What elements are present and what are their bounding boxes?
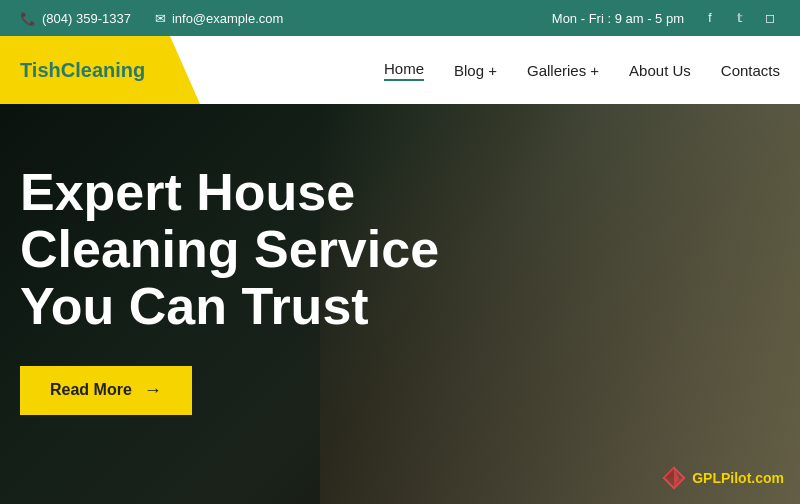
hero-section: Expert House Cleaning Service You Can Tr… — [0, 104, 800, 504]
phone-icon: 📞 — [20, 11, 36, 26]
gpl-logo — [662, 466, 686, 490]
svg-marker-3 — [664, 468, 674, 478]
nav-galleries[interactable]: Galleries + — [527, 62, 599, 79]
instagram-icon[interactable]: ◻ — [760, 8, 780, 28]
topbar-right: Mon - Fri : 9 am - 5 pm f 𝕥 ◻ — [552, 8, 780, 28]
phone-number: (804) 359-1337 — [42, 11, 131, 26]
watermark-prefix: GPL — [692, 470, 721, 486]
logo-area: TishCleaning — [0, 36, 200, 104]
hero-title-line3: You Can Trust — [20, 277, 369, 335]
read-more-button[interactable]: Read More → — [20, 366, 192, 415]
arrow-icon: → — [144, 380, 162, 401]
topbar: 📞 (804) 359-1337 ✉ info@example.com Mon … — [0, 0, 800, 36]
diamond-icon — [662, 466, 686, 490]
watermark: GPLPilot.com — [662, 466, 784, 490]
nav-blog[interactable]: Blog + — [454, 62, 497, 79]
watermark-suffix: Pilot.com — [721, 470, 784, 486]
nav-home[interactable]: Home — [384, 60, 424, 81]
social-icons: f 𝕥 ◻ — [700, 8, 780, 28]
read-more-label: Read More — [50, 381, 132, 399]
topbar-email[interactable]: ✉ info@example.com — [155, 11, 283, 26]
hero-title-line1: Expert House — [20, 163, 355, 221]
svg-marker-4 — [674, 478, 684, 488]
hero-content: Expert House Cleaning Service You Can Tr… — [20, 164, 439, 415]
navigation: Home Blog + Galleries + About Us Contact… — [200, 36, 800, 104]
hero-title: Expert House Cleaning Service You Can Tr… — [20, 164, 439, 336]
logo[interactable]: TishCleaning — [20, 59, 145, 82]
header: TishCleaning Home Blog + Galleries + Abo… — [0, 36, 800, 104]
topbar-phone[interactable]: 📞 (804) 359-1337 — [20, 11, 131, 26]
nav-contacts[interactable]: Contacts — [721, 62, 780, 79]
business-hours: Mon - Fri : 9 am - 5 pm — [552, 11, 684, 26]
nav-about[interactable]: About Us — [629, 62, 691, 79]
hero-title-line2: Cleaning Service — [20, 220, 439, 278]
topbar-contact-info: 📞 (804) 359-1337 ✉ info@example.com — [20, 11, 283, 26]
twitter-icon[interactable]: 𝕥 — [730, 8, 750, 28]
watermark-text: GPLPilot.com — [692, 470, 784, 486]
facebook-icon[interactable]: f — [700, 8, 720, 28]
email-address: info@example.com — [172, 11, 283, 26]
email-icon: ✉ — [155, 11, 166, 26]
